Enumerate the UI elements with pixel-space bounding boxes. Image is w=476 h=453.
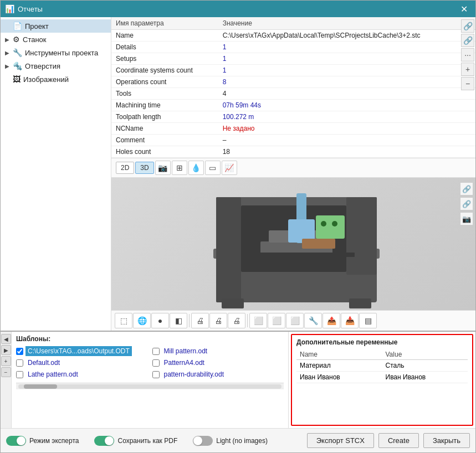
drop-icon-btn[interactable]: 💧 — [188, 161, 204, 175]
close-button[interactable]: Закрыть — [423, 433, 470, 448]
template-row-1: C:\Users\xTAG...oads\Output.ODT — [16, 346, 148, 356]
render-btn-2[interactable]: 🌐 — [133, 313, 151, 328]
table-row: Comment– — [111, 135, 475, 146]
param-cell: Tools — [111, 88, 218, 100]
print-btn[interactable]: 🖨 — [191, 313, 209, 328]
box-btn-3[interactable]: ⬜ — [286, 313, 304, 328]
add-template-btn[interactable]: + — [1, 356, 11, 366]
box-btn-1[interactable]: ⬜ — [249, 313, 267, 328]
btn-2d[interactable]: 2D — [116, 162, 134, 174]
param-cell: Holes count — [111, 146, 218, 158]
chart-icon-btn[interactable]: 📈 — [222, 161, 237, 175]
var-value-cell: Сталь — [382, 360, 468, 372]
more-button[interactable]: ··· — [461, 48, 474, 61]
pdf-toggle[interactable]: Сохранить как PDF — [94, 436, 177, 446]
machine-3d-svg — [199, 178, 388, 310]
variable-row: Иван ИвановИван Иванов — [296, 372, 468, 383]
pdf-toggle-switch[interactable] — [94, 436, 114, 446]
expert-toggle-switch[interactable] — [6, 436, 26, 446]
template-checkbox-1[interactable] — [16, 348, 23, 355]
variable-row: МатериалСталь — [296, 360, 468, 372]
sidebar-item-tools[interactable]: ▶ 🔧 Инструменты проекта — [1, 46, 111, 59]
export-stcx-button[interactable]: Экспорт STCX — [307, 433, 374, 448]
scroll-right-btn[interactable]: ▶ — [1, 345, 11, 355]
close-window-button[interactable]: ✕ — [457, 3, 471, 16]
light-toggle-switch[interactable] — [193, 436, 213, 446]
remove-template-btn[interactable]: − — [1, 367, 11, 377]
title-bar: 📊 Отчеты ✕ — [1, 1, 475, 17]
table-row: Tools4 — [111, 88, 475, 100]
value-cell: 100.272 m — [218, 111, 475, 123]
sidebar-item-images[interactable]: 🖼 Изображений — [1, 73, 111, 86]
table-row: Setups1 — [111, 53, 475, 65]
link-button-1[interactable]: 🔗 — [461, 19, 474, 33]
param-cell: Operations count — [111, 76, 218, 88]
link-view-btn-1[interactable]: 🔗 — [460, 182, 473, 195]
template-file-output[interactable]: C:\Users\xTAG...oads\Output.ODT — [25, 346, 132, 356]
table-row: NCNameНе задано — [111, 123, 475, 135]
scroll-left-btn[interactable]: ◀ — [1, 334, 11, 344]
sidebar-item-project[interactable]: 📄 Проект — [1, 19, 111, 33]
expert-mode-toggle[interactable]: Режим эксперта — [6, 436, 79, 446]
images-icon: 🖼 — [13, 75, 21, 84]
template-file-pattern-dur[interactable]: pattern-durability.odt — [162, 369, 227, 379]
template-checkbox-3[interactable] — [16, 371, 23, 378]
link-button-2[interactable]: 🔗 — [461, 34, 474, 47]
sidebar-item-label: Отверстия — [25, 62, 106, 70]
template-col-right: Mill pattern.odt PatternA4.odt pattern-d… — [152, 346, 284, 379]
sidebar-item-holes[interactable]: ▶ 🔩 Отверстия — [1, 59, 111, 73]
template-scrollbar[interactable] — [16, 383, 284, 389]
add-button[interactable]: + — [461, 63, 474, 76]
render-btn-3[interactable]: ● — [151, 313, 169, 328]
template-checkbox-6[interactable] — [152, 371, 160, 378]
template-col-left: C:\Users\xTAG...oads\Output.ODT Default.… — [16, 346, 148, 379]
value-cell: 07h 59m 44s — [218, 100, 475, 111]
hatch-btn[interactable]: ▤ — [359, 313, 377, 328]
print-btn-3[interactable]: 🖨 — [228, 313, 245, 328]
template-checkbox-2[interactable] — [16, 359, 23, 367]
link-view-btn-2[interactable]: 🔗 — [460, 197, 473, 210]
properties-table: Имя параметра Значение NameC:\Users\xTAG… — [111, 17, 475, 158]
table-row: Holes count18 — [111, 146, 475, 158]
template-row-4: Mill pattern.odt — [152, 346, 284, 356]
svg-rect-13 — [302, 239, 335, 249]
box-btn-2[interactable]: ⬜ — [268, 313, 285, 328]
template-checkbox-4[interactable] — [152, 348, 160, 355]
pdf-toggle-label: Сохранить как PDF — [117, 437, 177, 445]
variables-section: Дополнительные переменные Name Value Мат… — [291, 334, 473, 426]
tool-btn[interactable]: 🔧 — [304, 313, 322, 328]
bottom-actions: Режим эксперта Сохранить как PDF Light (… — [1, 428, 475, 452]
svg-rect-14 — [244, 253, 355, 257]
table-row: NameC:\Users\xTAGx\AppData\Local\Temp\SC… — [111, 30, 475, 42]
template-file-default[interactable]: Default.odt — [25, 358, 62, 368]
btn-3d[interactable]: 3D — [135, 162, 153, 174]
sidebar-item-machine[interactable]: ▶ ⚙ Станок — [1, 33, 111, 46]
template-columns: C:\Users\xTAG...oads\Output.ODT Default.… — [16, 346, 284, 379]
camera-icon-btn[interactable]: 📷 — [155, 161, 171, 175]
import-btn-rt[interactable]: 📥 — [341, 313, 359, 328]
template-file-mill[interactable]: Mill pattern.odt — [162, 346, 210, 356]
light-toggle-label: Light (no images) — [216, 437, 268, 445]
create-button[interactable]: Create — [378, 433, 419, 448]
param-cell: Setups — [111, 53, 218, 65]
window-title: Отчеты — [18, 5, 43, 13]
table-row: Operations count8 — [111, 76, 475, 88]
render-btn-1[interactable]: ⬚ — [115, 313, 132, 328]
value-header: Значение — [218, 17, 475, 30]
table-row: Machining time07h 59m 44s — [111, 100, 475, 111]
template-checkbox-5[interactable] — [152, 359, 160, 367]
fit-icon-btn[interactable]: ⊞ — [172, 161, 187, 175]
template-row-2: Default.odt — [16, 358, 148, 368]
template-file-lathe[interactable]: Lathe pattern.odt — [25, 369, 80, 379]
print-btn-2[interactable]: 🖨 — [209, 313, 227, 328]
camera-view-btn[interactable]: 📷 — [460, 212, 473, 225]
export-btn-rt[interactable]: 📤 — [323, 313, 340, 328]
light-toggle[interactable]: Light (no images) — [193, 436, 268, 446]
shading-icon-btn[interactable]: ▭ — [205, 161, 221, 175]
remove-button[interactable]: − — [461, 77, 474, 90]
template-file-pattern-a4[interactable]: PatternA4.odt — [162, 358, 207, 368]
bottom-panel: ◀ ▶ + − Шаблоны: C:\Users\xTAG...oads\Ou… — [1, 331, 475, 452]
render-btn-4[interactable]: ◧ — [170, 313, 187, 328]
value-cell: 1 — [218, 65, 475, 76]
viewer-side-buttons: 🔗 🔗 📷 — [460, 182, 473, 225]
